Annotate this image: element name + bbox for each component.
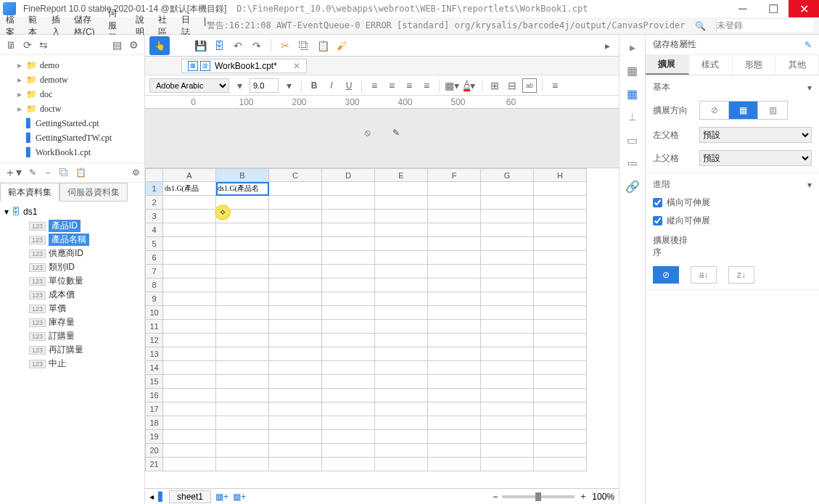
cell[interactable] bbox=[375, 444, 428, 458]
border-icon[interactable]: ▦▾ bbox=[445, 78, 459, 93]
cell[interactable] bbox=[428, 237, 481, 251]
cell[interactable] bbox=[481, 375, 534, 389]
cell[interactable] bbox=[269, 292, 322, 306]
tab-template-ds[interactable]: 範本資料集 bbox=[0, 183, 59, 202]
cell[interactable] bbox=[375, 265, 428, 278]
edit-ds-icon[interactable]: ✎ bbox=[29, 168, 36, 178]
cut-icon[interactable]: ✂ bbox=[278, 38, 292, 53]
maximize-button[interactable]: ☐ bbox=[758, 0, 789, 17]
cell[interactable] bbox=[428, 430, 481, 444]
cell[interactable] bbox=[322, 320, 375, 334]
row-header[interactable]: 7 bbox=[146, 265, 163, 278]
cell[interactable] bbox=[322, 375, 375, 389]
cell[interactable] bbox=[481, 292, 534, 306]
crop-icon[interactable]: ⟂ bbox=[625, 109, 641, 125]
align-right-icon[interactable]: ≡ bbox=[402, 78, 416, 93]
cell[interactable] bbox=[269, 278, 322, 292]
cell[interactable] bbox=[269, 458, 322, 471]
cell[interactable] bbox=[269, 416, 322, 430]
cell[interactable] bbox=[269, 334, 322, 347]
chk-vstretch[interactable] bbox=[653, 216, 662, 226]
row-header[interactable]: 21 bbox=[146, 458, 163, 471]
unmerge-icon[interactable]: ⊟ bbox=[505, 78, 519, 93]
ds-field[interactable]: 123再訂購量 bbox=[0, 343, 144, 357]
cell[interactable] bbox=[481, 182, 534, 196]
ds-gear-icon[interactable]: ⚙ bbox=[132, 168, 140, 178]
ds-field[interactable]: 123庫存量 bbox=[0, 315, 144, 329]
cell[interactable] bbox=[322, 196, 375, 210]
cell[interactable] bbox=[269, 182, 322, 196]
row-header[interactable]: 1 bbox=[146, 182, 163, 196]
cell[interactable] bbox=[322, 430, 375, 444]
delete-ds-icon[interactable]: － bbox=[44, 167, 52, 179]
cell[interactable] bbox=[216, 458, 269, 471]
saveas-icon[interactable]: 🗄 bbox=[212, 38, 226, 53]
cell[interactable] bbox=[216, 223, 269, 237]
cell[interactable] bbox=[322, 306, 375, 320]
sheet-tab[interactable]: sheet1 bbox=[169, 490, 211, 503]
cell[interactable] bbox=[481, 334, 534, 347]
cell[interactable] bbox=[375, 334, 428, 347]
cell[interactable] bbox=[534, 361, 587, 375]
cell[interactable] bbox=[481, 265, 534, 278]
row-header[interactable]: 15 bbox=[146, 375, 163, 389]
cell[interactable] bbox=[534, 292, 587, 306]
cell[interactable] bbox=[216, 389, 269, 402]
cell[interactable] bbox=[481, 347, 534, 361]
link-icon[interactable]: 🔗 bbox=[625, 178, 641, 194]
cell[interactable] bbox=[375, 306, 428, 320]
cell[interactable] bbox=[163, 223, 216, 237]
row-header[interactable]: 14 bbox=[146, 361, 163, 375]
cell[interactable]: ds1.G(產品 bbox=[163, 182, 216, 196]
cell[interactable] bbox=[322, 223, 375, 237]
folder-item[interactable]: ▸📁demotw bbox=[0, 73, 144, 87]
cell[interactable] bbox=[428, 458, 481, 471]
row-header[interactable]: 5 bbox=[146, 237, 163, 251]
align-center-icon[interactable]: ≡ bbox=[384, 78, 399, 93]
cell[interactable] bbox=[322, 361, 375, 375]
cell-icon[interactable]: ▦ bbox=[625, 86, 641, 102]
cell[interactable] bbox=[269, 210, 322, 223]
visibility-icon[interactable]: ⦸ bbox=[365, 128, 371, 138]
chk-hstretch[interactable] bbox=[653, 198, 662, 207]
brush-icon[interactable]: 🖌 bbox=[334, 38, 349, 53]
cell[interactable] bbox=[534, 375, 587, 389]
tab-server-ds[interactable]: 伺服器資料集 bbox=[59, 183, 128, 202]
cell[interactable] bbox=[375, 251, 428, 265]
tab-form[interactable]: 形態 bbox=[733, 55, 776, 75]
col-header[interactable]: C bbox=[269, 169, 322, 182]
cell[interactable] bbox=[375, 361, 428, 375]
col-header[interactable]: B bbox=[216, 169, 269, 182]
cell[interactable] bbox=[216, 306, 269, 320]
cell[interactable] bbox=[269, 251, 322, 265]
cell[interactable] bbox=[534, 306, 587, 320]
cell[interactable] bbox=[534, 320, 587, 334]
cell[interactable] bbox=[216, 265, 269, 278]
sort-desc[interactable]: z↓ bbox=[728, 266, 754, 284]
spreadsheet-grid[interactable]: ABCDEFGH1ds1.G(產品ds1.G(產品名23456789101112… bbox=[145, 168, 587, 471]
fontcolor-icon[interactable]: A▾ bbox=[462, 78, 477, 93]
row-header[interactable]: 2 bbox=[146, 196, 163, 210]
cell[interactable] bbox=[163, 196, 216, 210]
cell[interactable] bbox=[322, 444, 375, 458]
file-item[interactable]: ▋WorkBook1.cpt bbox=[0, 145, 144, 160]
italic-icon[interactable]: I bbox=[324, 78, 339, 93]
cell[interactable] bbox=[163, 306, 216, 320]
cell[interactable] bbox=[428, 375, 481, 389]
cell[interactable] bbox=[481, 278, 534, 292]
font-dropdown-icon[interactable]: ▾ bbox=[232, 78, 247, 93]
cell[interactable] bbox=[428, 306, 481, 320]
cell[interactable] bbox=[534, 416, 587, 430]
paste-icon[interactable]: 📋 bbox=[316, 38, 330, 53]
row-header[interactable]: 3 bbox=[146, 210, 163, 223]
expand-vertical[interactable]: ▥ bbox=[758, 102, 787, 119]
cell[interactable] bbox=[322, 334, 375, 347]
cell[interactable] bbox=[481, 210, 534, 223]
row-header[interactable]: 17 bbox=[146, 402, 163, 416]
cell[interactable] bbox=[428, 361, 481, 375]
tab-expand[interactable]: 擴展 bbox=[646, 55, 689, 75]
filter-icon[interactable]: ▤ bbox=[112, 39, 122, 51]
cell[interactable] bbox=[534, 251, 587, 265]
cell[interactable] bbox=[428, 196, 481, 210]
cell[interactable] bbox=[269, 402, 322, 416]
